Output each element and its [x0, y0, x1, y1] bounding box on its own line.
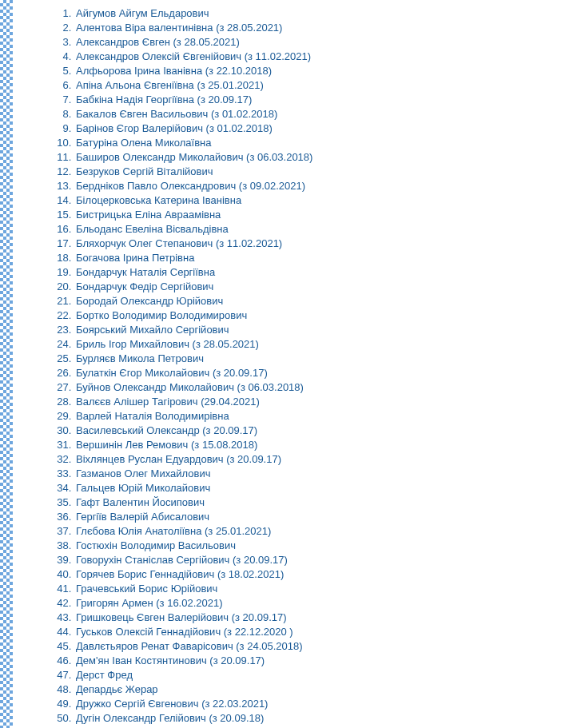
list-item: Айгумов Айгум Ельдарович — [74, 6, 577, 21]
list-item: Бердніков Павло Олександрович (з 09.02.2… — [74, 179, 577, 193]
list-item: Газманов Олег Михайлович — [74, 467, 577, 481]
decorative-left-border — [0, 0, 13, 728]
list-item: Вершинін Лев Ремович (з 15.08.2018) — [74, 438, 577, 452]
list-item: Бриль Ігор Михайлович (з 28.05.2021) — [74, 337, 577, 352]
list-item: Бортко Володимир Володимирович — [74, 308, 577, 323]
list-item: Батуріна Олена Миколаївна — [74, 136, 577, 150]
list-item: Бондарчук Федір Сергійович — [74, 280, 577, 294]
list-item: Дем'ян Іван Костянтинович (з 20.09.17) — [74, 654, 577, 668]
list-item: Варлей Наталія Володимирівна — [74, 409, 577, 424]
list-item: Григорян Армен (з 16.02.2021) — [74, 596, 577, 611]
list-item: Дугін Олександр Гелійович (з 20.09.18) — [74, 711, 577, 726]
list-item: Дерст Фред — [74, 668, 577, 682]
list-item: Баширов Олександр Миколайович (з 06.03.2… — [74, 150, 577, 165]
list-item: Бондарчук Наталія Сергіївна — [74, 265, 577, 280]
list-item: Александров Євген (з 28.05.2021) — [74, 35, 577, 50]
list-item: Говорухін Станіслав Сергійович (з 20.09.… — [74, 553, 577, 567]
list-item: Боярський Михайло Сергійович — [74, 323, 577, 337]
list-item: Депардьє Жерар — [74, 682, 577, 697]
list-item: Гафт Валентин Йосипович — [74, 495, 577, 510]
list-item: Білоцерковська Катерина Іванівна — [74, 193, 577, 208]
list-item: Дружко Сергій Євгенович (з 22.03.2021) — [74, 697, 577, 711]
list-item: Глєбова Юлія Анатоліївна (з 25.01.2021) — [74, 524, 577, 539]
numbered-list: Айгумов Айгум ЕльдаровичАлентова Віра ва… — [60, 6, 577, 726]
list-item: Буйнов Олександр Миколайович (з 06.03.20… — [74, 380, 577, 395]
list-item: Алфьорова Ірина Іванівна (з 22.10.2018) — [74, 64, 577, 78]
list-item: Горячев Борис Геннадійович (з 18.02.2021… — [74, 567, 577, 582]
list-item: Алентова Віра валентинівна (з 28.05.2021… — [74, 21, 577, 35]
list-item: Василевський Олександр (з 20.09.17) — [74, 424, 577, 438]
list-item: Гришковець Євген Валерійович (з 20.09.17… — [74, 611, 577, 625]
list-item: Давлєтьяров Ренат Фаварісович (з 24.05.2… — [74, 639, 577, 654]
list-item: Барінов Єгор Валерійович (з 01.02.2018) — [74, 121, 577, 136]
list-item: Булаткін Єгор Миколайович (з 20.09.17) — [74, 366, 577, 380]
list-item: Бурляєв Микола Петрович — [74, 352, 577, 366]
list-item: Бородай Олександр Юрійович — [74, 294, 577, 308]
list-item: Бистрицька Еліна Авраамівна — [74, 208, 577, 222]
list-item: Віхлянцев Руслан Едуардович (з 20.09.17) — [74, 452, 577, 467]
list-item: Грачевський Борис Юрійович — [74, 582, 577, 596]
list-item: Гальцев Юрій Миколайович — [74, 481, 577, 495]
list-item: Гуськов Олексій Геннадійович (з 22.12.20… — [74, 625, 577, 639]
list-item: Валєєв Алішер Тагірович (29.04.2021) — [74, 395, 577, 409]
list-item: Гергіїв Валерій Абисалович — [74, 510, 577, 524]
list-item: Бляхорчук Олег Степанович (з 11.02.2021) — [74, 237, 577, 251]
list-item: Александров Олексій Євгенійович (з 11.02… — [74, 50, 577, 64]
list-item: Апіна Альона Євгеніївна (з 25.01.2021) — [74, 78, 577, 93]
list-item: Безруков Сергій Віталійович — [74, 165, 577, 179]
list-item: Бльоданс Евеліна Вісвальдівна — [74, 222, 577, 237]
list-item: Бакалов Євген Васильович (з 01.02.2018) — [74, 107, 577, 121]
list-item: Бабкіна Надія Георгіївна (з 20.09.17) — [74, 93, 577, 107]
list-item: Богачова Ірина Петрівна — [74, 251, 577, 265]
list-item: Гостюхін Володимир Васильович — [74, 539, 577, 553]
content-area: Айгумов Айгум ЕльдаровичАлентова Віра ва… — [60, 6, 577, 726]
